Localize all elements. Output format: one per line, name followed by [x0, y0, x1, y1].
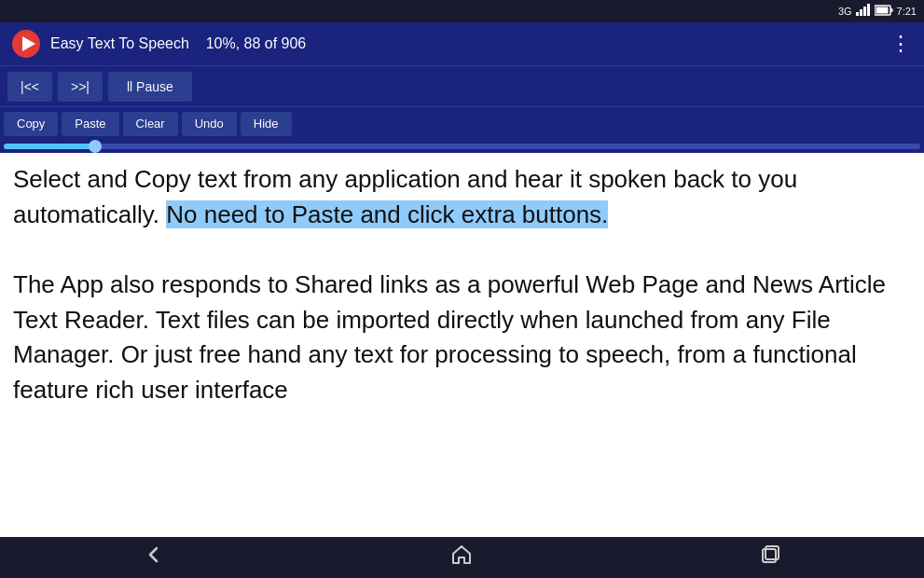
home-button[interactable]	[434, 537, 490, 578]
clear-button[interactable]: Clear	[123, 112, 178, 136]
paragraph1-highlight: No need to Paste and click extra buttons…	[166, 200, 608, 228]
status-bar: 3G 7:21	[0, 0, 924, 22]
progress-text: 10%, 88 of 906	[206, 35, 307, 51]
time-display: 7:21	[897, 6, 917, 17]
app-logo	[11, 29, 41, 59]
controls-bar: |<< >>| ll Pause	[0, 65, 924, 106]
signal-icon	[856, 4, 871, 19]
title-bar: Easy Text To Speech 10%, 88 of 906 ⋮	[0, 22, 924, 65]
svg-marker-9	[453, 546, 470, 563]
svg-rect-3	[867, 4, 870, 16]
undo-button[interactable]: Undo	[182, 112, 237, 136]
progress-track[interactable]	[4, 144, 920, 149]
toolbar-bar: Copy Paste Clear Undo Hide	[0, 106, 924, 140]
svg-rect-1	[860, 9, 862, 16]
recents-icon	[760, 544, 780, 571]
content-text: Select and Copy text from any applicatio…	[13, 162, 911, 408]
progress-bar-container[interactable]	[0, 140, 924, 153]
menu-icon[interactable]: ⋮	[890, 32, 913, 56]
hide-button[interactable]: Hide	[241, 112, 292, 136]
svg-rect-0	[856, 12, 859, 16]
back-icon	[144, 544, 164, 571]
network-icon: 3G	[838, 6, 852, 17]
bottom-nav	[0, 537, 924, 578]
forward-button[interactable]: >>|	[58, 72, 103, 102]
battery-icon	[875, 5, 893, 19]
paste-button[interactable]: Paste	[62, 112, 118, 136]
paragraph2: The App also responds to Shared links as…	[13, 270, 886, 404]
back-button[interactable]	[126, 537, 182, 578]
pause-button[interactable]: ll Pause	[108, 72, 192, 102]
recents-button[interactable]	[742, 537, 798, 578]
progress-fill	[4, 144, 95, 149]
content-area: Select and Copy text from any applicatio…	[0, 153, 924, 537]
svg-rect-5	[890, 8, 892, 12]
svg-rect-2	[863, 7, 866, 16]
svg-rect-6	[876, 7, 888, 13]
progress-thumb	[89, 140, 102, 153]
status-bar-right: 3G 7:21	[838, 4, 917, 19]
copy-button[interactable]: Copy	[4, 112, 58, 136]
rewind-button[interactable]: |<<	[7, 72, 52, 102]
app-name: Easy Text To Speech	[50, 35, 189, 51]
app-title: Easy Text To Speech 10%, 88 of 906	[50, 35, 890, 52]
home-icon	[451, 544, 472, 571]
